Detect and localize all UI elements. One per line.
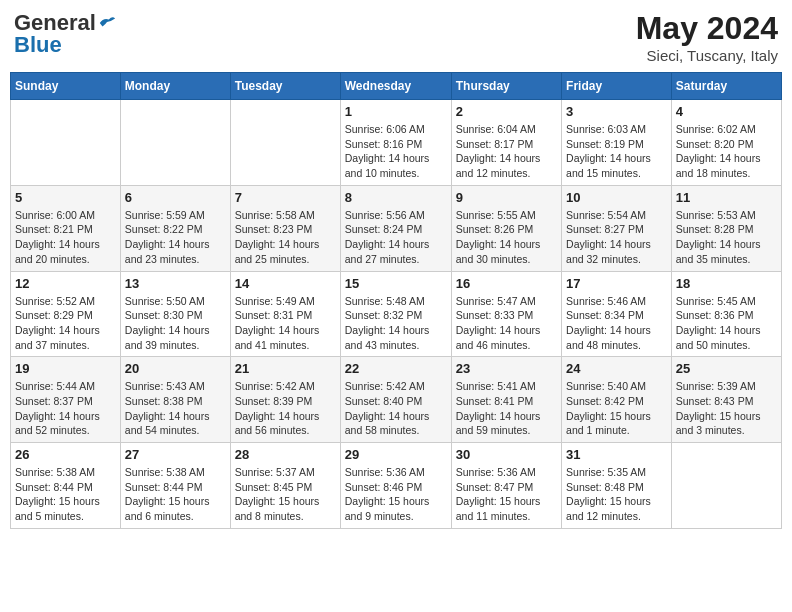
- day-info: Sunrise: 5:54 AMSunset: 8:27 PMDaylight:…: [566, 208, 667, 267]
- day-number: 31: [566, 447, 667, 462]
- week-row-1: 1Sunrise: 6:06 AMSunset: 8:16 PMDaylight…: [11, 100, 782, 186]
- day-cell: 19Sunrise: 5:44 AMSunset: 8:37 PMDayligh…: [11, 357, 121, 443]
- day-cell: 8Sunrise: 5:56 AMSunset: 8:24 PMDaylight…: [340, 185, 451, 271]
- logo-blue-text: Blue: [14, 32, 62, 58]
- week-row-4: 19Sunrise: 5:44 AMSunset: 8:37 PMDayligh…: [11, 357, 782, 443]
- day-cell: 6Sunrise: 5:59 AMSunset: 8:22 PMDaylight…: [120, 185, 230, 271]
- day-cell: 29Sunrise: 5:36 AMSunset: 8:46 PMDayligh…: [340, 443, 451, 529]
- day-info: Sunrise: 6:06 AMSunset: 8:16 PMDaylight:…: [345, 122, 447, 181]
- day-number: 6: [125, 190, 226, 205]
- day-number: 11: [676, 190, 777, 205]
- day-cell: 17Sunrise: 5:46 AMSunset: 8:34 PMDayligh…: [562, 271, 672, 357]
- week-row-2: 5Sunrise: 6:00 AMSunset: 8:21 PMDaylight…: [11, 185, 782, 271]
- day-info: Sunrise: 5:52 AMSunset: 8:29 PMDaylight:…: [15, 294, 116, 353]
- day-info: Sunrise: 6:02 AMSunset: 8:20 PMDaylight:…: [676, 122, 777, 181]
- day-info: Sunrise: 5:49 AMSunset: 8:31 PMDaylight:…: [235, 294, 336, 353]
- day-number: 22: [345, 361, 447, 376]
- day-number: 14: [235, 276, 336, 291]
- weekday-header-row: SundayMondayTuesdayWednesdayThursdayFrid…: [11, 73, 782, 100]
- day-cell: 9Sunrise: 5:55 AMSunset: 8:26 PMDaylight…: [451, 185, 561, 271]
- day-number: 26: [15, 447, 116, 462]
- day-cell: 4Sunrise: 6:02 AMSunset: 8:20 PMDaylight…: [671, 100, 781, 186]
- day-cell: 25Sunrise: 5:39 AMSunset: 8:43 PMDayligh…: [671, 357, 781, 443]
- day-number: 2: [456, 104, 557, 119]
- day-info: Sunrise: 5:59 AMSunset: 8:22 PMDaylight:…: [125, 208, 226, 267]
- day-number: 24: [566, 361, 667, 376]
- day-number: 29: [345, 447, 447, 462]
- day-cell: [120, 100, 230, 186]
- day-info: Sunrise: 5:47 AMSunset: 8:33 PMDaylight:…: [456, 294, 557, 353]
- day-number: 3: [566, 104, 667, 119]
- day-number: 8: [345, 190, 447, 205]
- day-number: 19: [15, 361, 116, 376]
- day-number: 12: [15, 276, 116, 291]
- day-info: Sunrise: 5:46 AMSunset: 8:34 PMDaylight:…: [566, 294, 667, 353]
- day-info: Sunrise: 6:04 AMSunset: 8:17 PMDaylight:…: [456, 122, 557, 181]
- day-cell: 26Sunrise: 5:38 AMSunset: 8:44 PMDayligh…: [11, 443, 121, 529]
- day-number: 28: [235, 447, 336, 462]
- day-number: 15: [345, 276, 447, 291]
- week-row-5: 26Sunrise: 5:38 AMSunset: 8:44 PMDayligh…: [11, 443, 782, 529]
- day-cell: 2Sunrise: 6:04 AMSunset: 8:17 PMDaylight…: [451, 100, 561, 186]
- day-info: Sunrise: 5:45 AMSunset: 8:36 PMDaylight:…: [676, 294, 777, 353]
- day-info: Sunrise: 5:40 AMSunset: 8:42 PMDaylight:…: [566, 379, 667, 438]
- day-cell: 5Sunrise: 6:00 AMSunset: 8:21 PMDaylight…: [11, 185, 121, 271]
- day-number: 27: [125, 447, 226, 462]
- day-cell: 27Sunrise: 5:38 AMSunset: 8:44 PMDayligh…: [120, 443, 230, 529]
- day-number: 17: [566, 276, 667, 291]
- page-header: General Blue May 2024 Sieci, Tuscany, It…: [10, 10, 782, 64]
- day-info: Sunrise: 5:58 AMSunset: 8:23 PMDaylight:…: [235, 208, 336, 267]
- day-info: Sunrise: 5:53 AMSunset: 8:28 PMDaylight:…: [676, 208, 777, 267]
- day-info: Sunrise: 5:41 AMSunset: 8:41 PMDaylight:…: [456, 379, 557, 438]
- logo-bird-icon: [98, 14, 116, 32]
- day-cell: 31Sunrise: 5:35 AMSunset: 8:48 PMDayligh…: [562, 443, 672, 529]
- day-number: 25: [676, 361, 777, 376]
- day-info: Sunrise: 5:39 AMSunset: 8:43 PMDaylight:…: [676, 379, 777, 438]
- day-cell: 30Sunrise: 5:36 AMSunset: 8:47 PMDayligh…: [451, 443, 561, 529]
- main-title: May 2024: [636, 10, 778, 47]
- day-info: Sunrise: 5:42 AMSunset: 8:39 PMDaylight:…: [235, 379, 336, 438]
- weekday-header-friday: Friday: [562, 73, 672, 100]
- weekday-header-tuesday: Tuesday: [230, 73, 340, 100]
- day-cell: [671, 443, 781, 529]
- weekday-header-sunday: Sunday: [11, 73, 121, 100]
- day-cell: 28Sunrise: 5:37 AMSunset: 8:45 PMDayligh…: [230, 443, 340, 529]
- day-number: 9: [456, 190, 557, 205]
- week-row-3: 12Sunrise: 5:52 AMSunset: 8:29 PMDayligh…: [11, 271, 782, 357]
- day-cell: [11, 100, 121, 186]
- day-info: Sunrise: 5:38 AMSunset: 8:44 PMDaylight:…: [15, 465, 116, 524]
- weekday-header-wednesday: Wednesday: [340, 73, 451, 100]
- weekday-header-monday: Monday: [120, 73, 230, 100]
- day-info: Sunrise: 5:38 AMSunset: 8:44 PMDaylight:…: [125, 465, 226, 524]
- day-cell: 14Sunrise: 5:49 AMSunset: 8:31 PMDayligh…: [230, 271, 340, 357]
- day-number: 20: [125, 361, 226, 376]
- day-number: 4: [676, 104, 777, 119]
- day-info: Sunrise: 5:37 AMSunset: 8:45 PMDaylight:…: [235, 465, 336, 524]
- day-info: Sunrise: 5:35 AMSunset: 8:48 PMDaylight:…: [566, 465, 667, 524]
- day-cell: 11Sunrise: 5:53 AMSunset: 8:28 PMDayligh…: [671, 185, 781, 271]
- day-number: 16: [456, 276, 557, 291]
- day-cell: 18Sunrise: 5:45 AMSunset: 8:36 PMDayligh…: [671, 271, 781, 357]
- day-info: Sunrise: 6:03 AMSunset: 8:19 PMDaylight:…: [566, 122, 667, 181]
- day-info: Sunrise: 5:44 AMSunset: 8:37 PMDaylight:…: [15, 379, 116, 438]
- day-cell: 16Sunrise: 5:47 AMSunset: 8:33 PMDayligh…: [451, 271, 561, 357]
- day-cell: 15Sunrise: 5:48 AMSunset: 8:32 PMDayligh…: [340, 271, 451, 357]
- day-cell: 20Sunrise: 5:43 AMSunset: 8:38 PMDayligh…: [120, 357, 230, 443]
- day-cell: 10Sunrise: 5:54 AMSunset: 8:27 PMDayligh…: [562, 185, 672, 271]
- day-number: 1: [345, 104, 447, 119]
- day-number: 23: [456, 361, 557, 376]
- logo: General Blue: [14, 10, 116, 58]
- day-cell: 12Sunrise: 5:52 AMSunset: 8:29 PMDayligh…: [11, 271, 121, 357]
- day-info: Sunrise: 5:43 AMSunset: 8:38 PMDaylight:…: [125, 379, 226, 438]
- day-number: 21: [235, 361, 336, 376]
- day-number: 5: [15, 190, 116, 205]
- day-cell: [230, 100, 340, 186]
- day-info: Sunrise: 5:56 AMSunset: 8:24 PMDaylight:…: [345, 208, 447, 267]
- subtitle: Sieci, Tuscany, Italy: [636, 47, 778, 64]
- day-info: Sunrise: 5:48 AMSunset: 8:32 PMDaylight:…: [345, 294, 447, 353]
- day-cell: 22Sunrise: 5:42 AMSunset: 8:40 PMDayligh…: [340, 357, 451, 443]
- day-number: 7: [235, 190, 336, 205]
- day-info: Sunrise: 5:42 AMSunset: 8:40 PMDaylight:…: [345, 379, 447, 438]
- day-cell: 1Sunrise: 6:06 AMSunset: 8:16 PMDaylight…: [340, 100, 451, 186]
- day-info: Sunrise: 6:00 AMSunset: 8:21 PMDaylight:…: [15, 208, 116, 267]
